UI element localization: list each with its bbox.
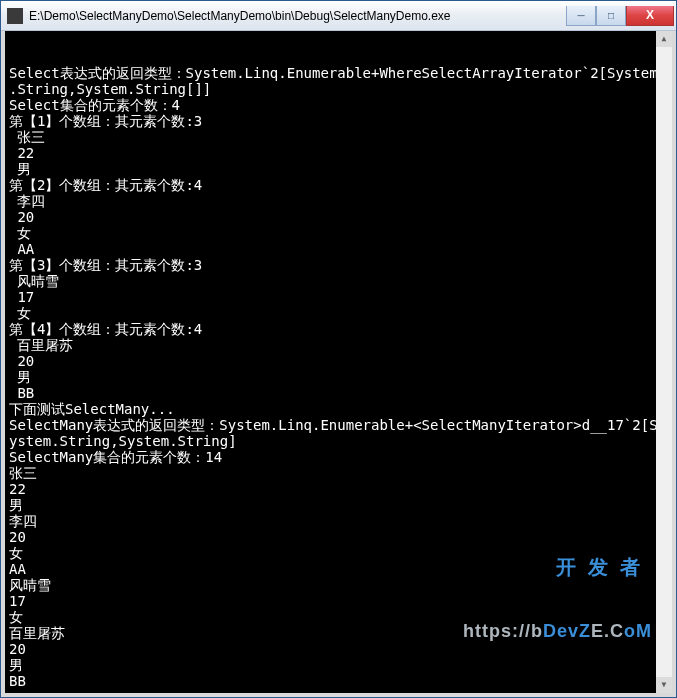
console-output: Select表达式的返回类型：System.Linq.Enumerable+Wh… — [1, 31, 676, 697]
console-line: 李四 — [9, 513, 668, 529]
console-line: 男 — [9, 161, 668, 177]
console-line: 女 — [9, 225, 668, 241]
close-icon: X — [646, 8, 654, 22]
scroll-down-arrow-icon[interactable]: ▼ — [656, 677, 672, 693]
console-line: Select表达式的返回类型：System.Linq.Enumerable+Wh… — [9, 65, 668, 81]
console-line: 第【1】个数组：其元素个数:3 — [9, 113, 668, 129]
console-line: 22 — [9, 145, 668, 161]
console-line: .String,System.String[]] — [9, 81, 668, 97]
console-line: 风晴雪 — [9, 273, 668, 289]
console-line: ystem.String,System.String] — [9, 433, 668, 449]
title-bar[interactable]: E:\Demo\SelectManyDemo\SelectManyDemo\bi… — [1, 1, 676, 31]
minimize-icon: ─ — [577, 10, 584, 21]
console-line: 张三 — [9, 465, 668, 481]
vertical-scrollbar[interactable]: ▲ ▼ — [656, 31, 672, 693]
console-line: SelectMany集合的元素个数：14 — [9, 449, 668, 465]
scroll-track[interactable] — [656, 47, 672, 677]
console-line: AA — [9, 561, 668, 577]
console-line: 20 — [9, 209, 668, 225]
console-line: SelectMany表达式的返回类型：System.Linq.Enumerabl… — [9, 417, 668, 433]
console-line: 20 — [9, 529, 668, 545]
console-line: 女 — [9, 545, 668, 561]
close-button[interactable]: X — [626, 6, 674, 26]
console-line: Select集合的元素个数：4 — [9, 97, 668, 113]
console-lines: Select表达式的返回类型：System.Linq.Enumerable+Wh… — [9, 65, 668, 689]
console-line: 22 — [9, 481, 668, 497]
window-title: E:\Demo\SelectManyDemo\SelectManyDemo\bi… — [29, 9, 566, 23]
console-line: 女 — [9, 305, 668, 321]
console-line: 女 — [9, 609, 668, 625]
console-line: 17 — [9, 593, 668, 609]
scroll-up-arrow-icon[interactable]: ▲ — [656, 31, 672, 47]
console-line: 百里屠苏 — [9, 625, 668, 641]
console-line: AA — [9, 241, 668, 257]
console-line: 李四 — [9, 193, 668, 209]
console-line: 第【2】个数组：其元素个数:4 — [9, 177, 668, 193]
console-line: 20 — [9, 353, 668, 369]
maximize-button[interactable]: □ — [596, 6, 626, 26]
console-line: BB — [9, 673, 668, 689]
console-line: 百里屠苏 — [9, 337, 668, 353]
minimize-button[interactable]: ─ — [566, 6, 596, 26]
app-icon — [7, 8, 23, 24]
console-line: 男 — [9, 497, 668, 513]
app-window: E:\Demo\SelectManyDemo\SelectManyDemo\bi… — [0, 0, 677, 698]
console-line: 男 — [9, 369, 668, 385]
console-line: 20 — [9, 641, 668, 657]
console-line: 17 — [9, 289, 668, 305]
console-line: BB — [9, 385, 668, 401]
console-line: 下面测试SelectMany... — [9, 401, 668, 417]
console-line: 风晴雪 — [9, 577, 668, 593]
console-line: 男 — [9, 657, 668, 673]
console-line: 张三 — [9, 129, 668, 145]
maximize-icon: □ — [608, 10, 614, 21]
window-controls: ─ □ X — [566, 6, 674, 26]
console-line: 第【4】个数组：其元素个数:4 — [9, 321, 668, 337]
console-line: 第【3】个数组：其元素个数:3 — [9, 257, 668, 273]
